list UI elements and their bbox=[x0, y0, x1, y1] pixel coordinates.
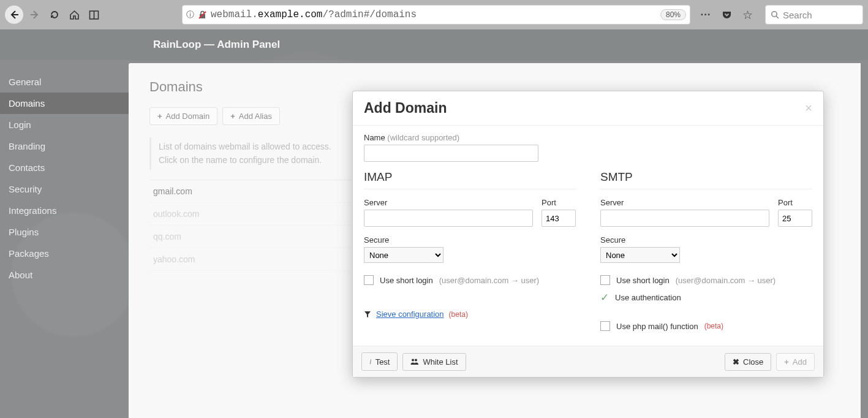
imap-port-input[interactable] bbox=[542, 210, 576, 227]
checkmark-icon[interactable]: ✓ bbox=[600, 292, 609, 303]
imap-secure-select[interactable]: None bbox=[364, 247, 443, 263]
add-button-label: Add bbox=[793, 357, 807, 367]
svg-point-6 bbox=[412, 359, 414, 362]
sieve-beta: (beta) bbox=[449, 310, 468, 319]
close-icon[interactable]: × bbox=[805, 101, 812, 115]
imap-secure-label: Secure bbox=[364, 235, 576, 245]
browser-toolbar: ⓘ webmail.example.com/?admin#/domains 80… bbox=[0, 0, 868, 29]
smtp-phpmail-checkbox[interactable] bbox=[600, 321, 610, 331]
smtp-secure-select[interactable]: None bbox=[600, 247, 680, 263]
imap-server-input[interactable] bbox=[364, 210, 533, 227]
info-icon[interactable]: ⓘ bbox=[186, 9, 194, 20]
name-label: Name (wildcard supported) bbox=[364, 133, 812, 142]
test-button-label: Test bbox=[376, 357, 390, 367]
smtp-port-label: Port bbox=[778, 198, 812, 207]
smtp-section: SMTP Server Port Secure bbox=[600, 170, 812, 331]
browser-search-bar[interactable]: Search bbox=[765, 5, 863, 25]
search-placeholder: Search bbox=[783, 10, 812, 20]
whitelist-button[interactable]: White List bbox=[402, 353, 466, 371]
smtp-phpmail-beta: (beta) bbox=[704, 322, 723, 330]
url-bar[interactable]: ⓘ webmail.example.com/?admin#/domains 80… bbox=[182, 5, 690, 25]
plus-icon: + bbox=[784, 357, 789, 367]
close-button-label: Close bbox=[743, 357, 763, 367]
add-domain-modal: Add Domain × Name (wildcard supported) I… bbox=[352, 91, 824, 378]
users-icon bbox=[410, 358, 419, 365]
svg-point-4 bbox=[772, 12, 777, 17]
domain-name-input[interactable] bbox=[364, 145, 538, 162]
close-button[interactable]: ✖ Close bbox=[725, 353, 771, 371]
imap-short-login-hint: (user@domain.com → user) bbox=[439, 276, 539, 285]
imap-heading: IMAP bbox=[364, 170, 576, 189]
smtp-server-label: Server bbox=[600, 198, 769, 207]
smtp-server-input[interactable] bbox=[600, 210, 769, 227]
smtp-short-login-label: Use short login bbox=[616, 276, 670, 285]
svg-point-7 bbox=[415, 359, 417, 362]
imap-port-label: Port bbox=[542, 198, 576, 207]
info-icon: i bbox=[369, 357, 372, 367]
add-button[interactable]: + Add bbox=[776, 353, 815, 371]
svg-line-5 bbox=[776, 16, 779, 18]
test-button[interactable]: i Test bbox=[361, 352, 398, 371]
name-label-hint: (wildcard supported) bbox=[387, 133, 459, 142]
reader-button[interactable] bbox=[86, 7, 102, 23]
smtp-short-login-hint: (user@domain.com → user) bbox=[676, 276, 776, 285]
imap-short-login-checkbox[interactable] bbox=[364, 275, 374, 285]
back-button[interactable] bbox=[5, 6, 23, 24]
filter-icon bbox=[364, 311, 371, 318]
menu-icon[interactable]: ··· bbox=[698, 7, 714, 23]
reload-button[interactable] bbox=[47, 7, 62, 23]
home-button[interactable] bbox=[66, 7, 82, 23]
pocket-icon[interactable] bbox=[719, 7, 734, 23]
smtp-heading: SMTP bbox=[600, 170, 812, 189]
smtp-short-login-checkbox[interactable] bbox=[600, 275, 610, 285]
smtp-port-input[interactable] bbox=[778, 210, 812, 227]
imap-short-login-label: Use short login bbox=[380, 276, 433, 285]
whitelist-button-label: White List bbox=[423, 357, 458, 367]
search-icon bbox=[771, 10, 779, 19]
smtp-use-auth-label: Use authentication bbox=[615, 293, 681, 302]
url-text: webmail.example.com/?admin#/domains bbox=[211, 9, 657, 20]
insecure-icon bbox=[198, 10, 207, 20]
smtp-phpmail-label: Use php mail() function bbox=[616, 322, 698, 331]
imap-server-label: Server bbox=[364, 198, 533, 207]
zoom-badge[interactable]: 80% bbox=[660, 9, 686, 20]
modal-title: Add Domain bbox=[364, 100, 447, 116]
bookmark-icon[interactable]: ☆ bbox=[739, 7, 755, 23]
smtp-secure-label: Secure bbox=[600, 235, 812, 245]
name-label-text: Name bbox=[364, 133, 385, 142]
imap-section: IMAP Server Port Secure bbox=[364, 170, 576, 331]
close-icon: ✖ bbox=[733, 357, 739, 367]
sieve-config-link[interactable]: Sieve configuration bbox=[376, 310, 444, 319]
forward-button[interactable] bbox=[27, 7, 43, 23]
